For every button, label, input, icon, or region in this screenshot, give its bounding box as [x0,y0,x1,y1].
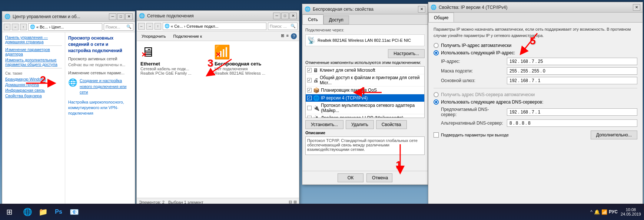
connect-button[interactable]: Подключение к [170,33,205,40]
windows-logo: ⊞ [6,207,13,216]
manual-dns-radio[interactable] [434,99,439,105]
create-connection-link[interactable]: Создание и настройка нового подключения … [80,78,132,95]
win2-close[interactable]: ✕ [289,13,297,19]
sidebar-infrared-link[interactable]: Инфракрасная связь [5,88,62,92]
taskbar-explorer[interactable]: 📁 [36,204,50,219]
comp-icon-5: 🔌 [313,115,319,118]
ip-description: Параметры IP можно назначать автоматичес… [434,26,637,38]
taskbar-clock[interactable]: 10:08 24.05.2019 [621,207,641,216]
forward-button[interactable]: → [12,24,19,30]
comp-item-3[interactable]: 🌐 IP версии 4 (TCP/IPv4) [306,94,424,102]
breadcrumb-icon: 🌐 [30,24,35,29]
win2-address-field[interactable]: 🌐 « Се... › Сетевые подкл... [163,23,266,30]
wireless-props-content: Подключение через: 📡 Realtek 8821AE Wire… [302,25,428,171]
comp-check-2[interactable] [307,88,312,92]
auto-dns-row: Получить адрес DNS-сервера автоматически [434,92,637,97]
manual-ip-radio[interactable] [434,50,439,55]
win2-maximize[interactable]: □ [281,13,289,19]
auto-dns-radio[interactable] [434,92,439,97]
footer-options-row: Подвердить параметры при выходе Дополнит… [434,131,637,139]
minimize-button[interactable]: ─ [109,13,116,20]
language-indicator[interactable]: РУС [609,209,618,214]
properties-button[interactable]: Свойства [376,120,407,129]
win4-close[interactable]: ✕ [633,4,640,11]
comp-check-3[interactable] [307,96,312,100]
start-button[interactable]: ⊞ [0,204,19,220]
remove-button[interactable]: Удалить [346,120,374,129]
comp-item-2[interactable]: 📦 Планировщик пакетов QoS [306,87,424,94]
ip-title: Свойства: IP версии 4 (TCP/IPv4) [439,5,633,10]
address-field[interactable]: 🌐 « Вс... › Цент... [28,23,102,31]
advanced-button[interactable]: Дополнительно... [591,131,637,139]
sidebar-browser-link[interactable]: Свойства браузера [5,94,62,98]
comp-icon-0: 🖥 [313,67,318,73]
comp-icon-3: 🌐 [313,95,319,101]
close-button[interactable]: ✕ [125,13,133,20]
gateway-input[interactable] [507,77,637,84]
configure-button[interactable]: Настроить... [388,49,425,58]
address-bar-1: ← → ↑ 🌐 « Вс... › Цент... Поиск... 🔍 [2,22,135,32]
win2-breadcrumb-icon: 🌐 [165,24,170,28]
wireless-icon: 📶 ✕ [215,45,229,60]
win2-up[interactable]: ↑ [155,23,161,30]
preferred-dns-row: Предпочитаемый DNS-сервер: [441,107,637,117]
win2-minimize[interactable]: ─ [273,13,280,19]
tab-network[interactable]: Сеть [302,14,323,24]
sidebar-firewall-link[interactable]: Брандмауэр Windows [5,77,62,81]
notification-icon: 🔔 [594,209,600,215]
install-button[interactable]: Установить... [305,120,343,129]
win3-ok-button[interactable]: ОК [338,173,364,182]
subnet-mask-input[interactable] [507,67,637,75]
connect-via-value-row: 📡 Realtek 8821AE Wireless LAN 802.11ac P… [305,34,425,46]
maximize-button[interactable]: □ [117,13,125,20]
up-button[interactable]: ↑ [20,24,27,30]
subnet-mask-row: Маска подсети: [441,67,637,75]
tab-general[interactable]: Общие [428,13,454,22]
win2-forward[interactable]: → [146,23,153,30]
alternate-dns-input[interactable] [507,119,637,127]
confirm-label: Подвердить параметры при выходе [441,133,509,137]
win3-cancel-button[interactable]: Отмена [366,173,392,182]
ip-address-input[interactable] [507,58,637,65]
comp-item-0[interactable]: 🖥 Клиент для сетей Microsoft [306,67,424,74]
comp-item-4[interactable]: 🔌 Протокол мультиплексора сетевого адапт… [306,102,424,114]
comp-text-3: IP версии 4 (TCP/IPv4) [321,95,368,101]
components-label: Отмеченные компоненты используются этим … [305,60,425,65]
sidebar-home-link[interactable]: Панель управления — домашняя страница [5,35,62,44]
address-bar-2: ← → ↑ 🌐 « Се... › Сетевые подкл... Поиск… [137,21,299,31]
tray-expand[interactable]: ^ [590,209,592,214]
taskbar-chrome[interactable]: 🌐 [20,204,35,219]
sidebar-homegroup-link[interactable]: Домашняя группа [5,82,62,87]
comp-check-4[interactable] [307,106,312,110]
organize-button[interactable]: Упорядочить [139,33,168,40]
active-networks-desc: Сейчас вы не подключены н... [68,62,132,67]
taskbar-right: ^ 🔔 📶 РУС 10:08 24.05.2019 [590,207,644,216]
taskbar-mail[interactable]: 📧 [67,204,82,219]
confirm-checkbox[interactable] [434,132,439,138]
win2-search[interactable]: Поиск: ... 🔍 [268,23,298,30]
setup-link[interactable]: Настройка широкополосного, коммутируемог… [68,99,132,116]
comp-item-5[interactable]: 🔌 Драйвер протокола LLDP (Майкрософт) [306,114,424,118]
back-button[interactable]: ← [4,24,10,30]
window-network-center: 🌐 Центр управления сетями и об... ─ □ ✕ … [2,11,135,207]
comp-item-1[interactable]: 🖨 Общий доступ к файлам и принтерам для … [306,74,424,87]
auto-ip-radio[interactable] [434,43,439,48]
sidebar-adapter-link[interactable]: Изменение параметров адаптера [5,47,62,56]
wireless-prop-icon: 🌐 [305,6,311,12]
win2-back[interactable]: ← [138,23,145,30]
search-icon: 🔍 [126,24,132,29]
preferred-dns-input[interactable] [507,108,637,116]
comp-check-0[interactable] [307,68,312,72]
search-box[interactable]: Поиск... 🔍 [104,23,133,31]
window-controls: ─ □ ✕ [109,13,133,20]
taskbar-ps[interactable]: Ps [51,204,66,219]
comp-check-1[interactable] [307,78,312,82]
comp-text-0: Клиент для сетей Microsoft [320,68,375,73]
network-tray-icon[interactable]: 📶 [601,209,607,215]
tab-access[interactable]: Доступ [323,16,349,24]
photoshop-icon: Ps [55,209,62,215]
ip-address-row: IP-адрес: [441,58,637,65]
comp-check-5[interactable] [307,116,312,118]
sidebar-access-link[interactable]: Изменить дополнительные параметры общего… [5,58,62,67]
win3-close[interactable]: ✕ [418,6,425,13]
